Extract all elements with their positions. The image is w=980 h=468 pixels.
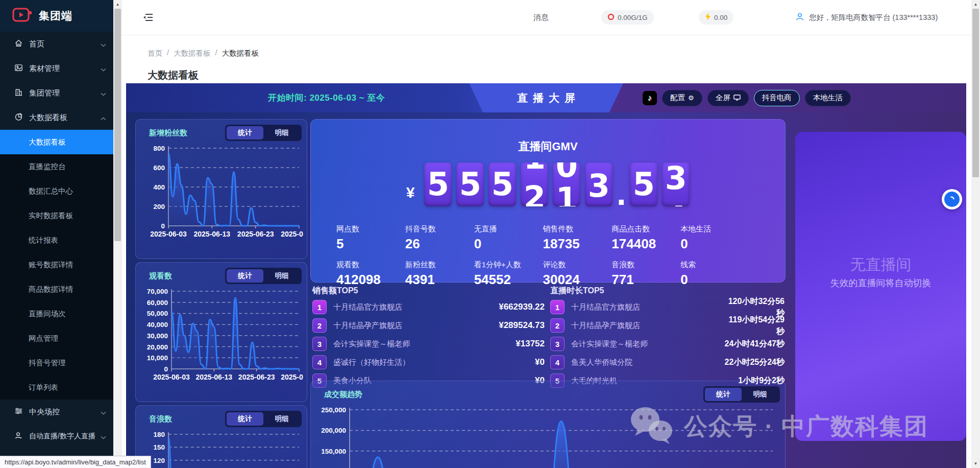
stat-item: 线索 0 xyxy=(680,260,749,288)
stat-item: 音浪数 771 xyxy=(611,260,680,288)
page-title: 大数据看板 xyxy=(122,58,971,82)
sidebar-submenu-item[interactable]: 网点管理 xyxy=(0,326,113,350)
sidebar-submenu-label: 大数据看板 xyxy=(29,137,66,147)
tab-details[interactable]: 明细 xyxy=(263,269,300,283)
sidebar-submenu-item[interactable]: 数据汇总中心 xyxy=(0,179,113,203)
scroll-up-arrow[interactable]: ▲ xyxy=(113,0,122,9)
stat-value: 0 xyxy=(680,236,749,252)
sales-amount: ¥289524.73 xyxy=(468,320,545,331)
shop-name: 鱼美人华侨城分院 xyxy=(571,358,722,367)
fullscreen-button[interactable]: 全屏 xyxy=(707,90,749,106)
svg-text:600: 600 xyxy=(153,164,165,172)
stat-value: 174408 xyxy=(611,236,680,252)
credit-value: 0.00 xyxy=(714,14,727,21)
chart-title: 新增粉丝数 xyxy=(149,128,187,138)
scrollbar-thumb[interactable] xyxy=(114,9,121,241)
stat-value: 5 xyxy=(336,236,405,252)
sidebar-item-label: 中央场控 xyxy=(29,407,101,417)
quota-badge[interactable]: 0.00G/1G xyxy=(601,10,654,25)
sidebar-submenu-item[interactable]: 商品数据详情 xyxy=(0,277,113,301)
sidebar-item-bigdata-board[interactable]: 大数据看板 xyxy=(0,105,113,130)
rank-badge: 1 xyxy=(312,300,327,314)
stat-label: 销售件数 xyxy=(543,224,611,234)
sidebar-submenu-item[interactable]: 账号数据详情 xyxy=(0,252,113,277)
duration-top5: 直播时长TOP5 1 十月结晶官方旗舰店 120小时32分56秒 2 十月结晶孕… xyxy=(550,286,785,390)
no-live-title: 无直播间 xyxy=(795,254,966,275)
sales-top5-row: 3 会计实操课堂～楊老师 ¥13752 xyxy=(312,335,545,353)
app-title: 集团端 xyxy=(39,9,72,23)
sidebar-submenu-item[interactable]: 实时数据看板 xyxy=(0,203,113,228)
local-life-button[interactable]: 本地生活 xyxy=(805,90,851,106)
tab-details[interactable]: 明细 xyxy=(742,388,778,401)
gear-icon: ⚙ xyxy=(688,95,694,101)
sidebar-submenu-label: 数据汇总中心 xyxy=(29,186,73,196)
sidebar-submenu-item[interactable]: 统计报表 xyxy=(0,228,113,252)
tiktok-icon[interactable]: ♪ xyxy=(643,91,657,105)
sidebar-item-group-management[interactable]: 集团管理 xyxy=(0,81,113,105)
status-bar-url: https://api.boyo.tv/admin/live/big_data_… xyxy=(0,456,151,468)
shop-name: 会计实操课堂～楊老师 xyxy=(571,339,722,349)
sidebar-collapse-icon[interactable] xyxy=(142,0,154,35)
scroll-down-arrow[interactable]: ▼ xyxy=(971,459,980,468)
stat-item: 看1分钟+人数 54552 xyxy=(474,260,543,288)
stat-label: 线索 xyxy=(680,260,749,270)
sidebar-item-home[interactable]: 首页 xyxy=(0,32,113,56)
messages-link[interactable]: 消息 xyxy=(533,0,549,35)
config-button[interactable]: 配置 ⚙ xyxy=(662,90,702,106)
shop-name: 十月结晶孕产旗舰店 xyxy=(333,321,468,331)
sidebar-item-central-control[interactable]: 中央场控 xyxy=(0,400,113,424)
stat-label: 音浪数 xyxy=(611,260,680,270)
tab-statistics[interactable]: 统计 xyxy=(227,412,263,426)
sidebar-item-auto-live[interactable]: 自动直播/数字人直播 xyxy=(0,424,113,449)
chevron-down-icon xyxy=(101,40,106,49)
breadcrumb-home[interactable]: 首页 xyxy=(148,49,162,58)
content-scrollbar[interactable]: ▲ ▼ xyxy=(113,0,122,468)
flip-digit: . xyxy=(617,166,625,209)
sales-top5: 销售额TOP5 1 十月结晶官方旗舰店 ¥662939.22 2 十月结晶孕产旗… xyxy=(312,286,545,390)
building-icon xyxy=(14,88,23,98)
stat-item: 本地生活 0 xyxy=(680,224,749,252)
stat-item: 网点数 5 xyxy=(336,224,405,252)
rank-badge: 2 xyxy=(312,318,327,333)
chevron-down-icon xyxy=(101,64,106,73)
credit-badge[interactable]: 0.00 xyxy=(699,10,733,25)
app-logo[interactable]: 集团端 xyxy=(0,0,113,32)
svg-text:2025-06-03: 2025-06-03 xyxy=(153,373,190,381)
switch-live-button[interactable] xyxy=(942,189,962,209)
flip-digit: 1 xyxy=(553,177,580,206)
live-duration: 24小时41分47秒 xyxy=(722,338,785,349)
top5-section: 销售额TOP5 1 十月结晶官方旗舰店 ¥662939.22 2 十月结晶孕产旗… xyxy=(310,286,785,381)
douyin-ecommerce-button[interactable]: 抖音电商 xyxy=(754,90,800,106)
scroll-up-arrow[interactable]: ▲ xyxy=(971,0,980,9)
svg-text:50,000: 50,000 xyxy=(147,310,168,317)
breadcrumb-section[interactable]: 大数据看板 xyxy=(174,49,211,58)
window-scrollbar[interactable]: ▲ ▼ xyxy=(971,0,980,468)
svg-text:2025-06-03: 2025-06-03 xyxy=(150,230,187,238)
home-icon xyxy=(14,39,23,49)
dashboard-header: 开始时间: 2025-06-03 ~ 至今 直播大屏 ♪ 配置 ⚙ 全屏 抖音电… xyxy=(126,83,966,112)
sidebar-submenu-item[interactable]: 订单列表 xyxy=(0,375,113,400)
stat-value: 26 xyxy=(405,236,474,252)
tab-statistics[interactable]: 统计 xyxy=(227,126,263,139)
sidebar-item-label: 大数据看板 xyxy=(29,113,101,123)
tab-statistics[interactable]: 统计 xyxy=(705,388,742,401)
shop-name: 十月结晶官方旗舰店 xyxy=(571,302,722,312)
tab-statistics[interactable]: 统计 xyxy=(227,269,263,283)
sidebar-item-label: 素材管理 xyxy=(29,64,101,74)
sidebar-submenu-item[interactable]: 抖音号管理 xyxy=(0,350,113,375)
gmv-trend-chart: 250,000200,000150,000100,00050,00002025-… xyxy=(316,404,777,468)
rank-badge: 4 xyxy=(550,355,565,369)
scrollbar-thumb[interactable] xyxy=(972,9,979,177)
tab-details[interactable]: 明细 xyxy=(263,412,300,426)
sidebar-submenu-item[interactable]: 直播监控台 xyxy=(0,154,113,179)
user-menu[interactable]: 您好，矩阵电商数智平台 (133****1333) xyxy=(795,0,938,35)
user-icon xyxy=(795,12,804,23)
sidebar-item-materials[interactable]: 素材管理 xyxy=(0,56,113,81)
sales-amount: ¥13752 xyxy=(468,339,545,349)
stat-item: 新粉丝数 4391 xyxy=(405,260,474,288)
sidebar-submenu-item[interactable]: 大数据看板 xyxy=(0,130,113,154)
svg-text:70,000: 70,000 xyxy=(147,288,168,295)
tab-details[interactable]: 明细 xyxy=(263,126,300,139)
sidebar-submenu-item[interactable]: 直播间场次 xyxy=(0,301,113,326)
sidebar-submenu-label: 直播监控台 xyxy=(29,162,66,172)
